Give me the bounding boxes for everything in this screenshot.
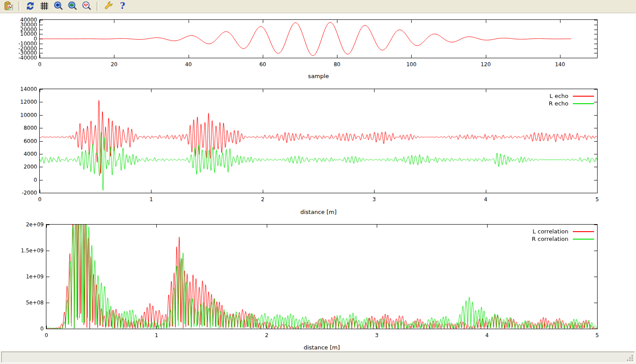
replot-icon bbox=[25, 1, 35, 12]
legend-label: L correlation bbox=[533, 228, 568, 235]
autoscale-zoom-icon bbox=[82, 1, 92, 12]
status-bar-strip bbox=[0, 351, 636, 364]
x-tick-label: 4 bbox=[468, 196, 504, 203]
y-tick-label: 6000 bbox=[2, 138, 37, 144]
legend-label: R echo bbox=[549, 100, 568, 107]
x-tick-label: 1 bbox=[139, 332, 174, 338]
legend-line-swatch bbox=[573, 103, 594, 104]
x-tick-label: 0 bbox=[22, 196, 57, 203]
y-tick-label: 2000 bbox=[2, 164, 37, 170]
copy-plot-to-clipboard-button[interactable] bbox=[3, 1, 15, 12]
x-tick-label: 80 bbox=[319, 61, 355, 68]
y-tick-label: -2000 bbox=[2, 190, 37, 196]
legend-line-swatch bbox=[573, 96, 594, 97]
x-tick-label: 40 bbox=[171, 61, 206, 68]
toolbar-separator bbox=[97, 2, 98, 11]
x-tick-label: 1 bbox=[133, 196, 169, 203]
y-tick-label: 14000 bbox=[2, 86, 37, 92]
x-tick-label: 3 bbox=[359, 332, 394, 338]
legend-label: L echo bbox=[549, 93, 568, 99]
svg-text:?: ? bbox=[120, 1, 125, 11]
resize-grip[interactable] bbox=[627, 355, 634, 362]
x-axis-title: distance [m] bbox=[252, 209, 385, 215]
x-axis-title: distance [m] bbox=[256, 344, 388, 351]
replot-button[interactable] bbox=[24, 1, 36, 12]
chart-pulse-plot[interactable] bbox=[39, 19, 598, 58]
x-tick-label: 2 bbox=[245, 196, 280, 203]
y-tick-label: 1.5e+09 bbox=[8, 248, 44, 254]
legend-entry: L correlation bbox=[533, 228, 594, 235]
x-tick-label: 2 bbox=[249, 332, 284, 338]
legend-line-swatch bbox=[573, 231, 594, 232]
zoom-next-button[interactable] bbox=[67, 1, 79, 12]
x-tick-label: 0 bbox=[29, 332, 64, 338]
toolbar-separator bbox=[19, 2, 20, 11]
y-tick-label: 0 bbox=[2, 177, 37, 183]
x-tick-label: 5 bbox=[579, 196, 615, 203]
x-tick-label: 3 bbox=[356, 196, 392, 203]
zoom-previous-icon bbox=[53, 1, 64, 12]
help-icon: ? bbox=[117, 1, 128, 12]
zoom-next-icon bbox=[68, 1, 78, 12]
y-tick-label: 2e+09 bbox=[8, 221, 44, 228]
x-tick-label: 0 bbox=[22, 61, 57, 68]
y-tick-label: 0 bbox=[8, 326, 44, 332]
y-tick-label: 5e+08 bbox=[8, 300, 44, 306]
legend-entry: R correlation bbox=[532, 236, 594, 242]
chart-echoes-plot[interactable] bbox=[39, 89, 598, 193]
x-tick-label: 4 bbox=[469, 332, 505, 338]
legend-line-swatch bbox=[573, 239, 594, 240]
toolbar: ? bbox=[0, 0, 636, 13]
help-button[interactable]: ? bbox=[117, 1, 129, 12]
toggle-grid-icon bbox=[39, 1, 49, 12]
legend-entry: R echo bbox=[549, 100, 594, 107]
x-tick-label: 100 bbox=[394, 61, 429, 68]
status-bar bbox=[1, 352, 635, 363]
chart-correlations-plot[interactable] bbox=[46, 224, 598, 329]
y-tick-label: 4000 bbox=[2, 151, 37, 157]
configure-button[interactable] bbox=[102, 1, 114, 12]
y-tick-label: 10000 bbox=[2, 112, 37, 118]
legend-label: R correlation bbox=[532, 236, 568, 242]
x-tick-label: 5 bbox=[579, 332, 615, 338]
y-tick-label: 12000 bbox=[2, 99, 37, 105]
legend-entry: L echo bbox=[549, 93, 594, 99]
y-tick-label: -40000 bbox=[2, 55, 37, 61]
toggle-grid-button[interactable] bbox=[38, 1, 50, 12]
autoscale-zoom-button[interactable] bbox=[81, 1, 93, 12]
zoom-previous-button[interactable] bbox=[53, 1, 64, 12]
x-tick-label: 60 bbox=[245, 61, 280, 68]
configure-icon bbox=[103, 1, 114, 12]
x-tick-label: 20 bbox=[96, 61, 132, 68]
x-tick-label: 140 bbox=[542, 61, 578, 68]
x-tick-label: 120 bbox=[468, 61, 504, 68]
x-axis-title: sample bbox=[252, 73, 385, 79]
copy-plot-to-clipboard-icon bbox=[4, 1, 14, 12]
y-tick-label: 8000 bbox=[2, 125, 37, 131]
plot-canvas-area: 400003000020000100000-10000-20000-30000-… bbox=[0, 14, 636, 350]
y-tick-label: 1e+09 bbox=[8, 274, 44, 280]
